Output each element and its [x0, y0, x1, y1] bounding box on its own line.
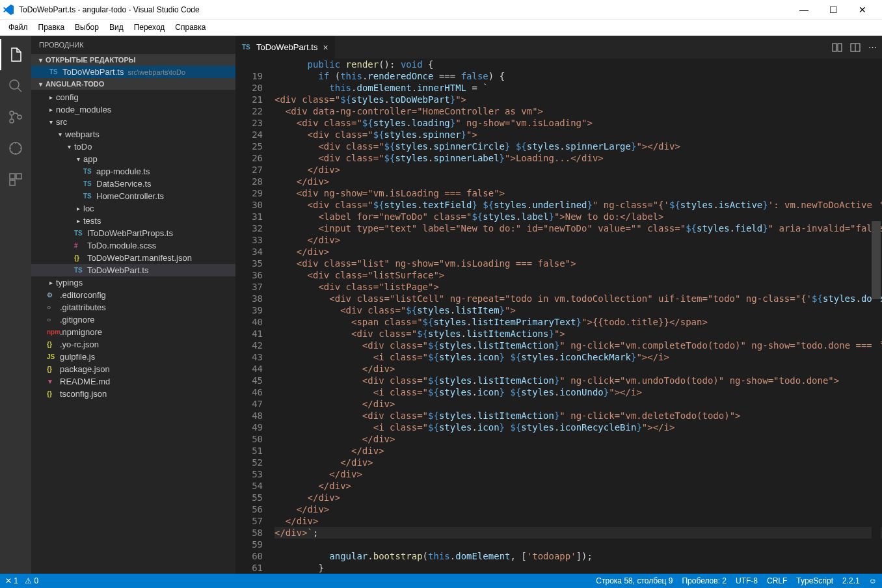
folder-node_modules[interactable]: ▸node_modules: [31, 103, 235, 116]
statusbar: ✕ 1 ⚠ 0 Строка 58, столбец 9 Пробелов: 2…: [0, 574, 882, 588]
folder-loc[interactable]: ▸loc: [31, 202, 235, 215]
file-.npmignore[interactable]: npm.npmignore: [31, 326, 235, 338]
typescript-icon: TS: [242, 44, 252, 51]
debug-activity[interactable]: [0, 133, 31, 164]
file-gulpfile.js[interactable]: JSgulpfile.js: [31, 351, 235, 363]
vscode-icon: [3, 5, 14, 15]
menu-Переход[interactable]: Переход: [129, 21, 170, 34]
folder-src[interactable]: ▾src: [31, 116, 235, 128]
open-editors-header[interactable]: ▾ОТКРЫТЫЕ РЕДАКТОРЫ: [31, 54, 235, 66]
status-encoding[interactable]: UTF-8: [736, 576, 758, 585]
scss-icon: #: [74, 242, 85, 249]
code-content[interactable]: public render(): void { if (this.rendere…: [274, 59, 882, 574]
typescript-icon: TS: [49, 68, 60, 75]
folder-tests[interactable]: ▸tests: [31, 215, 235, 227]
vertical-scrollbar[interactable]: [872, 221, 881, 299]
file-name: app-module.ts: [96, 167, 150, 176]
compare-icon[interactable]: [832, 42, 842, 53]
file-ToDoWebPart.ts[interactable]: TSToDoWebPart.ts: [31, 264, 235, 276]
project-header[interactable]: ▾ANGULAR-TODO: [31, 78, 235, 90]
more-icon[interactable]: ⋯: [868, 42, 877, 52]
status-feedback-icon[interactable]: ☺: [869, 576, 877, 585]
file-name: tsconfig.json: [60, 389, 107, 399]
file-name: .npmignore: [60, 327, 102, 337]
file-name: .editorconfig: [60, 290, 106, 300]
gear-icon: ⚙: [47, 291, 57, 299]
status-cursor[interactable]: Строка 58, столбец 9: [596, 576, 673, 585]
file-HomeController.ts[interactable]: TSHomeController.ts: [31, 190, 235, 202]
menu-Выбор[interactable]: Выбор: [70, 21, 104, 34]
file-name: gulpfile.js: [60, 352, 95, 362]
file-tsconfig.json[interactable]: {}tsconfig.json: [31, 388, 235, 400]
file-app-module.ts[interactable]: TSapp-module.ts: [31, 165, 235, 178]
extensions-activity[interactable]: [0, 164, 31, 195]
ts-icon: TS: [83, 193, 94, 200]
file-ToDo.module.scss[interactable]: #ToDo.module.scss: [31, 239, 235, 252]
maximize-button[interactable]: ☐: [823, 5, 843, 15]
folder-app[interactable]: ▾app: [31, 153, 235, 165]
open-editor-item[interactable]: TSToDoWebPart.tssrc\webparts\toDo: [31, 66, 235, 78]
file-IToDoWebPartProps.ts[interactable]: TSIToDoWebPartProps.ts: [31, 227, 235, 239]
chevron-icon: ▸: [47, 94, 55, 101]
split-icon[interactable]: [850, 42, 861, 53]
folder-typings[interactable]: ▸typings: [31, 276, 235, 289]
folder-config[interactable]: ▸config: [31, 91, 235, 103]
menu-Правка[interactable]: Правка: [33, 21, 70, 34]
scm-activity[interactable]: [0, 101, 31, 133]
folder-name: config: [56, 92, 79, 102]
file-name: .gitattributes: [60, 302, 106, 312]
file-package.json[interactable]: {}package.json: [31, 363, 235, 375]
folder-name: tests: [83, 216, 101, 226]
status-warnings[interactable]: ⚠ 0: [25, 576, 38, 585]
status-spaces[interactable]: Пробелов: 2: [682, 576, 727, 585]
activity-bar: [0, 36, 31, 574]
search-activity[interactable]: [0, 70, 31, 101]
status-eol[interactable]: CRLF: [767, 576, 787, 585]
file-name: IToDoWebPartProps.ts: [87, 228, 173, 238]
status-version[interactable]: 2.2.1: [842, 576, 860, 585]
file-DataService.ts[interactable]: TSDataService.ts: [31, 178, 235, 190]
close-button[interactable]: ✕: [853, 5, 872, 15]
menu-Вид[interactable]: Вид: [104, 21, 129, 34]
chevron-icon: ▾: [56, 131, 64, 138]
file-name: HomeController.ts: [96, 191, 164, 201]
chevron-icon: ▸: [47, 279, 55, 286]
line-gutter: 1819202122232425262728293031323334353637…: [235, 59, 274, 574]
explorer-activity[interactable]: [0, 39, 31, 70]
svg-point-2: [10, 119, 14, 123]
file-ToDoWebPart.manifest.json[interactable]: {}ToDoWebPart.manifest.json: [31, 252, 235, 264]
chevron-icon: ▾: [74, 155, 82, 163]
chevron-icon: ▾: [47, 118, 55, 126]
sidebar-title: ПРОВОДНИК: [31, 36, 235, 54]
file-README.md[interactable]: ▼README.md: [31, 375, 235, 388]
title-text: ToDoWebPart.ts - angular-todo - Visual S…: [19, 5, 794, 14]
file-name: DataService.ts: [96, 179, 152, 189]
ts-icon: TS: [83, 180, 94, 187]
status-language[interactable]: TypeScript: [796, 576, 833, 585]
tab-todowebpart[interactable]: TS ToDoWebPart.ts ×: [235, 36, 336, 59]
file-detail: src\webparts\toDo: [127, 68, 185, 76]
status-errors[interactable]: ✕ 1: [5, 576, 18, 585]
folder-toDo[interactable]: ▾toDo: [31, 140, 235, 153]
file-name: ToDoWebPart.ts: [87, 265, 148, 275]
editor-area: TS ToDoWebPart.ts × ⋯ 181920212223242526…: [235, 36, 882, 574]
svg-point-1: [10, 111, 14, 115]
file-.gitignore[interactable]: ○.gitignore: [31, 314, 235, 326]
file-.yo-rc.json[interactable]: {}.yo-rc.json: [31, 338, 235, 351]
md-icon: ▼: [47, 378, 57, 385]
error-count: 1: [14, 576, 18, 585]
file-.editorconfig[interactable]: ⚙.editorconfig: [31, 289, 235, 301]
git-icon: ○: [47, 304, 57, 311]
folder-webparts[interactable]: ▾webparts: [31, 128, 235, 140]
menu-Справка[interactable]: Справка: [170, 21, 211, 34]
minimize-button[interactable]: —: [794, 5, 814, 15]
file-name: README.md: [60, 377, 110, 386]
folder-name: toDo: [74, 142, 92, 152]
code-editor[interactable]: 1819202122232425262728293031323334353637…: [235, 59, 882, 574]
tab-close-icon[interactable]: ×: [323, 42, 328, 53]
folder-name: typings: [56, 278, 83, 287]
svg-rect-7: [10, 180, 15, 185]
menu-Файл[interactable]: Файл: [3, 21, 33, 34]
open-editors-label: ОТКРЫТЫЕ РЕДАКТОРЫ: [46, 56, 136, 64]
file-.gitattributes[interactable]: ○.gitattributes: [31, 301, 235, 314]
